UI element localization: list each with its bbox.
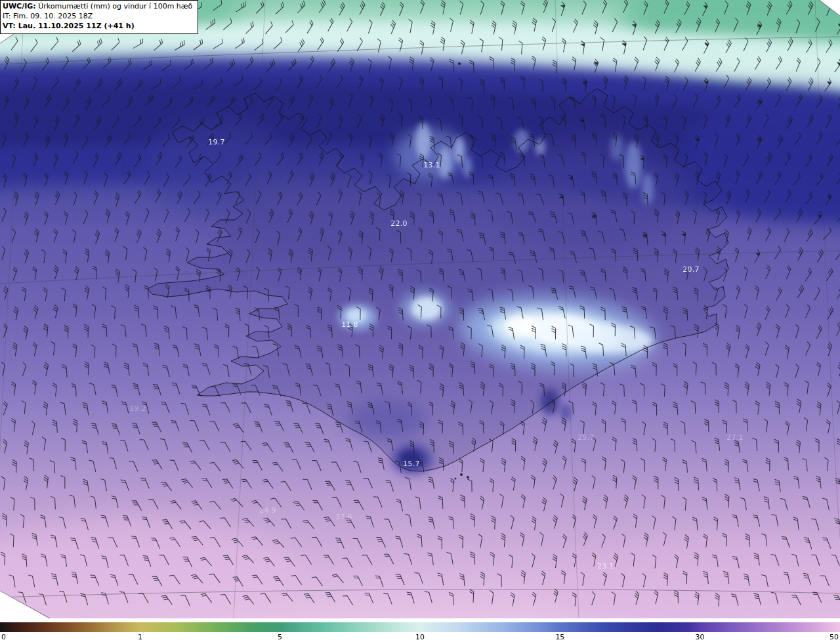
colorbar-tick: 1 — [138, 633, 142, 641]
map-area: 19.713.122.020.711.815.723.124.937.625.7… — [0, 0, 840, 618]
colorbar-tick: 50 — [830, 633, 839, 641]
weather-map-screen: 19.713.122.020.711.815.723.124.937.625.7… — [0, 0, 840, 642]
colorbar: 01510153050 — [0, 618, 840, 642]
weather-field-canvas — [0, 0, 840, 618]
map-title: Úrkomumætti (mm) og vindur í 100m hæð — [36, 2, 193, 11]
model-name: UWC/IG: — [3, 2, 36, 11]
colorbar-tick-labels: 01510153050 — [0, 633, 840, 642]
colorbar-tick: 10 — [415, 633, 425, 641]
init-time: IT: Fim. 09. 10. 2025 18Z — [3, 12, 192, 22]
valid-time: VT: Lau. 11.10.2025 11Z (+41 h) — [3, 22, 192, 32]
colorbar-gradient — [0, 622, 840, 632]
colorbar-tick: 30 — [696, 633, 705, 641]
forecast-title-box: UWC/IG: Úrkomumætti (mm) og vindur í 100… — [0, 0, 198, 34]
colorbar-tick: 15 — [555, 633, 564, 641]
title-line-1: UWC/IG: Úrkomumætti (mm) og vindur í 100… — [3, 2, 192, 12]
colorbar-tick: 5 — [278, 633, 282, 641]
colorbar-tick: 0 — [1, 633, 6, 641]
